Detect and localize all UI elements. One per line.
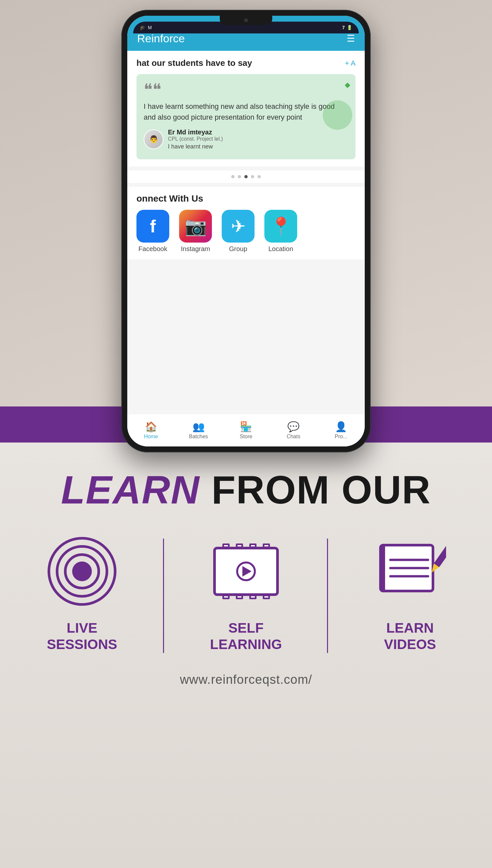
profile-icon: 👤 [335, 421, 347, 432]
instagram-label: Instagram [181, 245, 210, 253]
instagram-icon: 📷 [184, 216, 207, 237]
deco-diamond: ◆ [345, 81, 350, 89]
students-section: hat our students have to say + A ◆ ❝❝ I … [127, 51, 365, 166]
location-icon-box: 📍 [264, 210, 297, 242]
person-info: Er Md imteyaz CPL (const. Project lel.) … [168, 129, 223, 150]
dot-3-active[interactable] [244, 175, 248, 178]
batches-icon: 👥 [193, 421, 205, 432]
book-svg [374, 538, 446, 604]
learn-videos-icon-wrap [371, 532, 449, 611]
location-label: Location [268, 245, 293, 253]
connect-icons: f Facebook 📷 Instagram ✈ [137, 210, 355, 253]
students-more-link[interactable]: + A [345, 59, 355, 68]
testimonial-card: ◆ ❝❝ I have learnt something new and als… [137, 74, 355, 159]
film-hole [236, 544, 243, 548]
status-time: 7 [342, 25, 345, 30]
screen-content: hat our students have to say + A ◆ ❝❝ I … [127, 51, 365, 416]
film-hole [222, 544, 229, 548]
film-body [213, 547, 279, 596]
store-icon: 🏪 [240, 421, 252, 432]
phone-body: 🎓 M 7 🔋 Reinforce ☰ hat our students ha [121, 10, 371, 452]
menu-icon[interactable]: ☰ [347, 33, 355, 44]
film-hole [249, 544, 256, 548]
facebook-label: Facebook [139, 245, 167, 253]
chats-label: Chats [287, 434, 300, 440]
telegram-icon: ✈ [231, 216, 246, 237]
play-triangle [242, 566, 252, 577]
students-header: hat our students have to say + A [137, 58, 355, 68]
store-label: Store [240, 434, 252, 440]
connect-section: onnect With Us f Facebook 📷 I [127, 187, 365, 259]
features-row: LIVE SESSIONS [0, 532, 492, 653]
website-url: www.reinforceqst.com/ [0, 673, 492, 687]
status-left: 🎓 M [140, 25, 152, 30]
connect-title: onnect With Us [137, 193, 355, 204]
phone-mockup: 🎓 M 7 🔋 Reinforce ☰ hat our students ha [121, 10, 371, 452]
self-learning-icon-wrap [207, 532, 285, 611]
from-our-word: FROM OUR [212, 468, 431, 512]
home-label: Home [144, 434, 158, 440]
graduation-cap-icon: 🎓 [140, 25, 145, 30]
telegram-item[interactable]: ✈ Group [222, 210, 254, 253]
learn-videos-icon [374, 538, 446, 604]
nav-batches[interactable]: 👥 Batches [175, 414, 222, 446]
battery-icon: 🔋 [347, 25, 352, 30]
film-hole [236, 595, 243, 599]
person-name: Er Md imteyaz [168, 129, 223, 136]
film-hole [263, 544, 270, 548]
dot-1[interactable] [231, 175, 235, 178]
camera-dot [244, 18, 248, 22]
group-label: Group [229, 245, 247, 253]
testimonial-person: 👨 Er Md imteyaz CPL (const. Project lel.… [144, 129, 348, 150]
location-item[interactable]: 📍 Location [264, 210, 297, 253]
person-role: CPL (const. Project lel.) [168, 136, 223, 142]
play-button [236, 561, 256, 581]
facebook-item[interactable]: f Facebook [137, 210, 169, 253]
nav-profile[interactable]: 👤 Pro... [317, 414, 365, 446]
nav-chats[interactable]: 💬 Chats [270, 414, 317, 446]
nav-home[interactable]: 🏠 Home [127, 414, 175, 446]
live-sessions-label: LIVE SESSIONS [47, 620, 117, 653]
dot-2[interactable] [238, 175, 241, 178]
phone-notch [220, 16, 272, 25]
live-center-dot [72, 561, 92, 581]
facebook-icon-box: f [137, 210, 169, 242]
film-hole [222, 595, 229, 599]
telegram-icon-box: ✈ [222, 210, 254, 242]
phone-screen: 🎓 M 7 🔋 Reinforce ☰ hat our students ha [127, 16, 365, 446]
students-title: hat our students have to say [137, 58, 252, 68]
deco-circle [323, 100, 352, 130]
live-sessions-icon-wrap [43, 532, 121, 611]
instagram-item[interactable]: 📷 Instagram [179, 210, 212, 253]
batches-label: Batches [189, 434, 208, 440]
bottom-nav: 🏠 Home 👥 Batches 🏪 Store 💬 Chats 👤 [127, 414, 365, 446]
svg-rect-1 [380, 545, 385, 591]
person-avatar: 👨 [144, 130, 163, 149]
feature-live-sessions: LIVE SESSIONS [0, 532, 164, 653]
lower-section: LEARN FROM OUR LIVE SESSIONS [0, 457, 492, 687]
learn-word: LEARN [61, 468, 200, 512]
chats-icon: 💬 [287, 421, 299, 432]
facebook-icon: f [150, 216, 156, 236]
feature-learn-videos: LEARN VIDEOS [328, 532, 492, 653]
film-hole [249, 595, 256, 599]
person-short-quote: I have learnt new [168, 143, 223, 150]
gmail-icon: M [148, 25, 152, 30]
quote-icon: ❝❝ [144, 81, 348, 98]
feature-self-learning: SELF LEARNING [164, 532, 328, 653]
dots-indicator [127, 170, 365, 183]
testimonial-text: I have learnt something new and also tea… [144, 101, 348, 123]
instagram-icon-box: 📷 [179, 210, 212, 242]
svg-rect-5 [434, 542, 446, 568]
dot-4[interactable] [251, 175, 254, 178]
home-icon: 🏠 [145, 421, 157, 432]
app-title: Reinforce [137, 32, 185, 45]
film-holes-top [219, 544, 273, 548]
nav-store[interactable]: 🏪 Store [222, 414, 270, 446]
self-learning-icon [210, 542, 282, 601]
film-holes-bottom [219, 595, 273, 599]
self-learning-label: SELF LEARNING [210, 620, 282, 653]
learn-heading: LEARN FROM OUR [0, 457, 492, 512]
dot-5[interactable] [257, 175, 261, 178]
learn-videos-label: LEARN VIDEOS [384, 620, 436, 653]
